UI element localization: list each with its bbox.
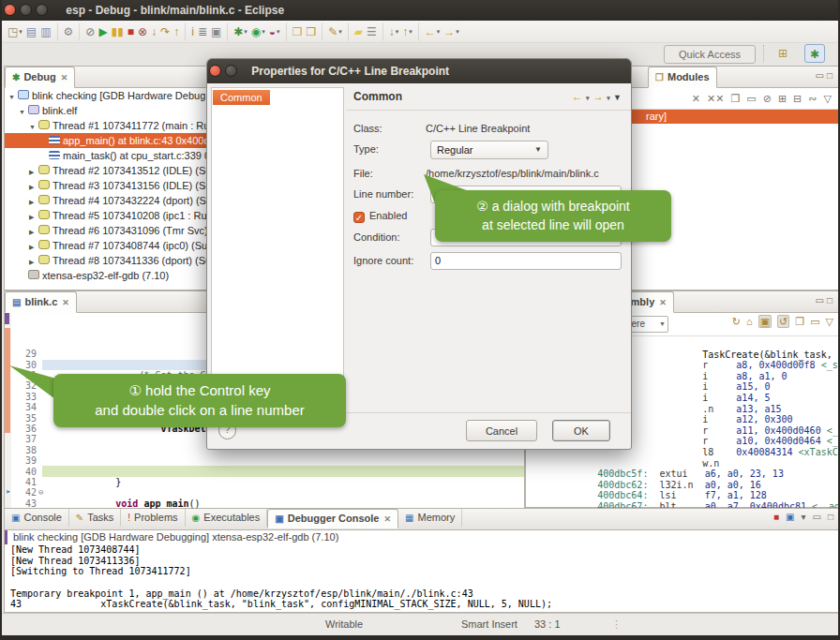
chevron-down-icon[interactable]: ▾ <box>456 28 459 36</box>
modules-toolbar-icon[interactable]: ✕✕ <box>707 93 724 104</box>
toolbar-button[interactable]: ⊘ <box>79 22 97 41</box>
tab-debug[interactable]: ✱Debug✕ <box>5 67 75 88</box>
modules-toolbar-icon[interactable]: ✕ <box>692 93 700 104</box>
debug-tree-row[interactable]: app_main() at blink.c:43 0x400db <box>5 133 215 148</box>
console-toolbar-icon[interactable]: ▭ <box>813 512 821 522</box>
forward-icon[interactable]: → <box>592 90 604 103</box>
window-minimize-icon[interactable] <box>20 4 32 16</box>
modules-toolbar-icon[interactable]: ⊞ <box>778 93 787 104</box>
disassembly-toolbar-icon[interactable]: ▭ <box>810 316 819 327</box>
close-icon[interactable]: ✕ <box>61 73 68 82</box>
debug-tree-row[interactable]: ▶Thread #8 1073411336 (dport) (Sus <box>5 253 215 268</box>
toolbar-button[interactable]: ▥ <box>38 22 52 41</box>
chevron-down-icon[interactable]: ▾ <box>19 28 22 36</box>
console-tab[interactable]: !Problems <box>121 509 185 527</box>
modules-toolbar-icon[interactable]: ⊘ <box>763 93 772 104</box>
chevron-down-icon[interactable]: ▾ <box>437 28 441 36</box>
console-toolbar-icon[interactable]: ▾ <box>801 512 805 522</box>
toolbar-button[interactable]: ▮▮ <box>110 22 126 41</box>
modules-toolbar-icon[interactable]: ▭ <box>746 93 756 104</box>
debug-tree-row[interactable]: ▶Thread #4 1073432224 (dport) (Sus <box>5 193 215 208</box>
debug-tree-row[interactable]: ▶Thread #5 1073410208 (ipc1 : Runni <box>5 208 215 223</box>
tab-blink-c[interactable]: ▤blink.c✕ <box>5 291 77 313</box>
close-icon[interactable]: ✕ <box>62 298 69 307</box>
debug-tree-row[interactable]: main_task() at cpu_start.c:339 0x4 <box>5 148 215 163</box>
console-tab[interactable]: ▣Debugger Console✕ <box>267 509 398 528</box>
code-line[interactable]: ➤ 43 xTaskCreate(&blink_task, "blink_tas… <box>5 466 524 476</box>
toolbar-button[interactable]: ↓ ▾ <box>382 22 401 41</box>
chevron-down-icon[interactable]: ▾ <box>262 28 265 36</box>
code-line[interactable]: 44 } <box>5 477 524 487</box>
toolbar-button[interactable]: ← ▾ <box>418 22 442 41</box>
dialog-minimize-icon[interactable] <box>225 65 237 77</box>
toolbar-button[interactable]: ■ <box>126 22 136 41</box>
sidebar-item-common[interactable]: Common <box>213 90 270 105</box>
window-close-icon[interactable] <box>4 4 16 16</box>
code-line[interactable]: 42 { <box>5 455 524 466</box>
back-icon[interactable]: ← <box>572 90 583 103</box>
enabled-checkbox[interactable]: ✓ <box>353 212 365 223</box>
debug-tree-row[interactable]: ▶Thread #2 1073413512 (IDLE) (Susp <box>5 163 215 178</box>
toolbar-button[interactable]: ☰ <box>365 22 379 41</box>
console-output[interactable]: [New Thread 1073408744][New Thread 10734… <box>5 544 839 610</box>
code-line[interactable]: 45 <box>5 487 524 498</box>
toolbar-button[interactable]: → ▾ <box>442 22 461 41</box>
tab-modules[interactable]: ❒Modules <box>648 67 717 88</box>
disassembly-toolbar-icon[interactable]: ▽ <box>826 316 833 327</box>
disassembly-toolbar-icon[interactable]: ❒ <box>795 316 804 327</box>
window-maximize-icon[interactable] <box>36 4 48 16</box>
debug-tree-row[interactable]: ▶Thread #7 1073408744 (ipc0) (Susp <box>5 238 215 253</box>
chevron-down-icon[interactable]: ▾ <box>396 28 399 36</box>
disassembly-toolbar-icon[interactable]: ⌂ <box>746 316 753 327</box>
disassembly-toolbar-icon[interactable]: ▣ <box>758 315 772 328</box>
console-toolbar-icon[interactable]: ▣ <box>786 512 794 522</box>
close-icon[interactable]: ✕ <box>659 298 667 307</box>
modules-toolbar-icon[interactable]: ▽ <box>824 93 832 104</box>
tree-expander-icon[interactable]: ▶ <box>29 180 38 193</box>
dialog-close-icon[interactable] <box>209 65 221 77</box>
console-tab[interactable]: ◉Executables <box>186 509 268 527</box>
debug-tree-row[interactable]: ▼blink checking [GDB Hardware Debug <box>5 88 215 103</box>
disassembly-toolbar-icon[interactable]: ↺ <box>777 315 789 328</box>
toolbar-button[interactable]: ▣ <box>209 22 223 41</box>
cancel-button[interactable]: Cancel <box>466 420 537 441</box>
toolbar-button[interactable]: ◉ ▾ <box>249 22 267 41</box>
tree-expander-icon[interactable]: ▶ <box>29 255 38 268</box>
debug-tree-row[interactable]: ▼blink.elf <box>5 103 215 118</box>
close-icon[interactable]: ✕ <box>384 514 392 524</box>
quick-access-button[interactable]: Quick Access <box>664 45 756 64</box>
toolbar-button[interactable]: ✱ ▾ <box>227 22 249 41</box>
debug-tree-row[interactable]: ▶Thread #6 1073431096 (Tmr Svc) (S <box>5 223 215 238</box>
enabled-label[interactable]: Enabled <box>369 210 407 221</box>
toolbar-button[interactable]: ↓ <box>149 22 158 41</box>
toolbar-button[interactable]: ▤ <box>24 22 38 41</box>
type-select[interactable]: ▼Regular <box>430 141 548 159</box>
toolbar-button[interactable]: ↷ <box>158 22 172 41</box>
toolbar-button[interactable]: ◳ ▾ <box>6 22 24 41</box>
chevron-down-icon[interactable]: ▾ <box>409 28 412 36</box>
modules-toolbar-icon[interactable]: ⊟ <box>793 93 802 104</box>
console-toolbar-icon[interactable]: ■ <box>773 512 779 522</box>
modules-toolbar-icon[interactable]: ∾ <box>808 93 817 104</box>
toolbar-button[interactable]: ✎ ▾ <box>322 22 344 41</box>
debug-tree-row[interactable]: xtensa-esp32-elf-gdb (7.10) <box>5 268 215 283</box>
open-perspective-button[interactable]: ⊞ <box>772 44 793 63</box>
toolbar-button[interactable]: ▰ <box>348 22 365 41</box>
toolbar-button[interactable]: ⊗ <box>136 22 149 41</box>
toolbar-button[interactable]: ❒ <box>286 22 305 41</box>
tree-expander-icon[interactable]: ▶ <box>29 165 38 178</box>
tree-expander-icon[interactable]: ▶ <box>29 195 38 208</box>
debug-tree-row[interactable]: ▶Thread #3 1073413156 (IDLE) (Susp <box>5 178 215 193</box>
chevron-down-icon[interactable]: ▾ <box>338 28 342 36</box>
chevron-down-icon[interactable]: ▾ <box>244 28 248 36</box>
toolbar-button[interactable]: ◒ ▾ <box>267 22 282 41</box>
chevron-down-icon[interactable]: ▼ <box>659 317 666 332</box>
chevron-down-icon[interactable]: ▾ <box>607 95 610 101</box>
menu-icon[interactable]: ▼ <box>613 93 622 102</box>
modules-toolbar-icon[interactable]: ❒ <box>730 93 740 104</box>
console-toolbar-icon[interactable]: □ <box>828 512 833 522</box>
tree-expander-icon[interactable]: ▼ <box>29 120 38 133</box>
tree-expander-icon[interactable]: ▶ <box>29 240 38 253</box>
disassembly-toolbar-icon[interactable]: ↻ <box>732 316 741 327</box>
ignore-count-input[interactable]: 0 <box>430 252 622 270</box>
